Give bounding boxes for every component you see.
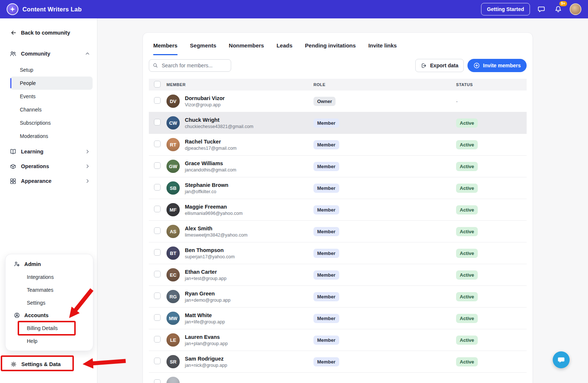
row-checkbox[interactable]: [154, 141, 161, 147]
table-row[interactable]: CW Chuck Wright chuckiechesse43821@gmail…: [149, 112, 527, 134]
sidebar-item-operations[interactable]: Operations: [0, 159, 97, 174]
status-cell: Active: [456, 205, 527, 214]
member-name: Ryan Green: [185, 291, 230, 297]
tab-segments[interactable]: Segments: [190, 42, 216, 55]
select-all-checkbox[interactable]: [154, 81, 161, 88]
tab-nonmembers[interactable]: Nonmembers: [229, 42, 264, 55]
sidebar-item-subscriptions[interactable]: Subscriptions: [10, 116, 93, 130]
table-row[interactable]: AS Alex Smith limesweetjm3842@yahoo.com …: [149, 221, 527, 242]
getting-started-button[interactable]: Getting Started: [481, 3, 530, 15]
row-checkbox[interactable]: [154, 379, 161, 383]
box-icon: [10, 163, 17, 170]
member-avatar: AS: [166, 225, 180, 238]
sidebar-item-learning[interactable]: Learning: [0, 144, 97, 159]
table-row[interactable]: SB Stephanie Brown jan@offkilter.co Memb…: [149, 177, 527, 199]
member-name: Stephanie Brown: [185, 182, 228, 188]
settings-and-data-item[interactable]: Settings & Data: [0, 358, 88, 371]
sidebar-item-people[interactable]: People: [10, 77, 93, 90]
admin-subitem-label: Help: [27, 338, 37, 344]
row-checkbox[interactable]: [154, 206, 161, 212]
accounts-label: Accounts: [24, 312, 49, 318]
back-label: Back to community: [21, 30, 70, 36]
sidebar-item-community[interactable]: Community: [0, 46, 97, 61]
row-checkbox[interactable]: [154, 336, 161, 343]
admin-menu-card: Admin Integrations Teammates Settings Ac…: [5, 254, 93, 351]
back-to-community-link[interactable]: Back to community: [10, 29, 97, 36]
row-checkbox[interactable]: [154, 358, 161, 364]
table-row[interactable]: GW Grace Williams jancandothis@gmail.com…: [149, 156, 527, 177]
role-badge: Member: [313, 227, 339, 236]
messages-button[interactable]: [536, 4, 547, 15]
sidebar-item-setup[interactable]: Setup: [10, 63, 93, 77]
admin-menu-item[interactable]: Admin: [6, 258, 93, 270]
tab-pending-invitations[interactable]: Pending invitations: [305, 42, 356, 55]
member-name: Maggie Freeman: [185, 204, 243, 210]
export-data-label: Export data: [430, 63, 458, 68]
export-data-button[interactable]: Export data: [415, 59, 464, 72]
table-row[interactable]: BT Ben Thompson superjan17@yahoo.com Mem…: [149, 242, 527, 264]
row-checkbox[interactable]: [154, 314, 161, 321]
tab-invite-links[interactable]: Invite links: [368, 42, 397, 55]
tab-leads[interactable]: Leads: [276, 42, 292, 55]
role-cell: Owner: [313, 97, 456, 106]
row-checkbox[interactable]: [154, 97, 161, 104]
arrow-left-icon: [10, 29, 17, 36]
row-checkbox[interactable]: [154, 184, 161, 191]
admin-item-settings[interactable]: Settings: [6, 296, 93, 309]
member-name: Lauren Evans: [185, 334, 228, 340]
table-row[interactable]: RT Rachel Tucker djpeaches17@gmail.com M…: [149, 134, 527, 156]
sidebar-subitem-label: Channels: [20, 107, 42, 113]
row-checkbox[interactable]: [154, 249, 161, 256]
row-checkbox[interactable]: [154, 162, 161, 169]
learning-label: Learning: [21, 149, 43, 155]
row-checkbox[interactable]: [154, 119, 161, 125]
accounts-item-help[interactable]: Help: [6, 334, 93, 347]
tab-members[interactable]: Members: [153, 42, 178, 55]
admin-item-teammates[interactable]: Teammates: [6, 283, 93, 296]
table-row[interactable]: MW Matt White jan+life@group.app Member …: [149, 308, 527, 329]
role-cell: Member: [313, 205, 456, 214]
search-input[interactable]: [149, 59, 231, 72]
row-checkbox[interactable]: [154, 271, 161, 277]
member-avatar: RG: [166, 290, 180, 303]
admin-item-integrations[interactable]: Integrations: [6, 270, 93, 283]
table-row[interactable]: MF Maggie Freeman ellismania9696@yahoo.c…: [149, 199, 527, 221]
accounts-subitems: Billing Details Help: [6, 322, 93, 347]
sidebar-subitem-label: Events: [20, 93, 36, 99]
member-email: jancandothis@gmail.com: [185, 167, 236, 173]
accounts-item-billing-details[interactable]: Billing Details: [6, 322, 93, 334]
admin-subitem-label: Billing Details: [27, 325, 58, 331]
role-cell: Member: [313, 140, 456, 149]
sidebar-item-appearance[interactable]: Appearance: [0, 174, 97, 188]
role-badge: Member: [313, 336, 339, 345]
sidebar-item-channels[interactable]: Channels: [10, 103, 93, 116]
user-avatar[interactable]: [570, 3, 581, 15]
member-name: Chuck Wright: [185, 117, 253, 123]
table-row[interactable]: EC Ethan Carter jan+test@group.app Membe…: [149, 264, 527, 286]
admin-subitems: Integrations Teammates Settings: [6, 270, 93, 309]
table-row[interactable]: SR Sam Rodriguez jan+nick@group.app Memb…: [149, 351, 527, 373]
status-dash: -: [456, 99, 458, 104]
bell-icon: [554, 5, 562, 13]
member-email: chuckiechesse43821@gmail.com: [185, 124, 253, 129]
sidebar-item-events[interactable]: Events: [10, 90, 93, 103]
table-row[interactable]: RG Ryan Green jan+demo@group.app Member …: [149, 286, 527, 308]
table-row[interactable]: LE Lauren Evans jan+plan@group.app Membe…: [149, 329, 527, 351]
role-badge: Member: [313, 270, 339, 280]
row-checkbox[interactable]: [154, 227, 161, 234]
chat-launcher-button[interactable]: [553, 351, 570, 368]
member-email: jan@offkilter.co: [185, 189, 228, 194]
status-badge: Active: [456, 184, 478, 193]
invite-members-button[interactable]: Invite members: [467, 59, 527, 72]
member-name: Alex Smith: [185, 226, 247, 231]
member-name: Rachel Tucker: [185, 139, 237, 145]
table-row[interactable]: [149, 373, 527, 383]
member-name: Ben Thompson: [185, 247, 235, 253]
row-checkbox[interactable]: [154, 292, 161, 299]
notifications-button[interactable]: 9+: [553, 4, 564, 15]
accounts-menu-item[interactable]: Accounts: [6, 309, 93, 322]
top-bar: Content Writers Lab Getting Started 9+: [0, 0, 588, 18]
member-email: limesweetjm3842@yahoo.com: [185, 233, 247, 238]
sidebar-item-moderations[interactable]: Moderations: [10, 130, 93, 143]
table-row[interactable]: DV Dornubari Vizor Vizor@group.app Owner…: [149, 91, 527, 112]
